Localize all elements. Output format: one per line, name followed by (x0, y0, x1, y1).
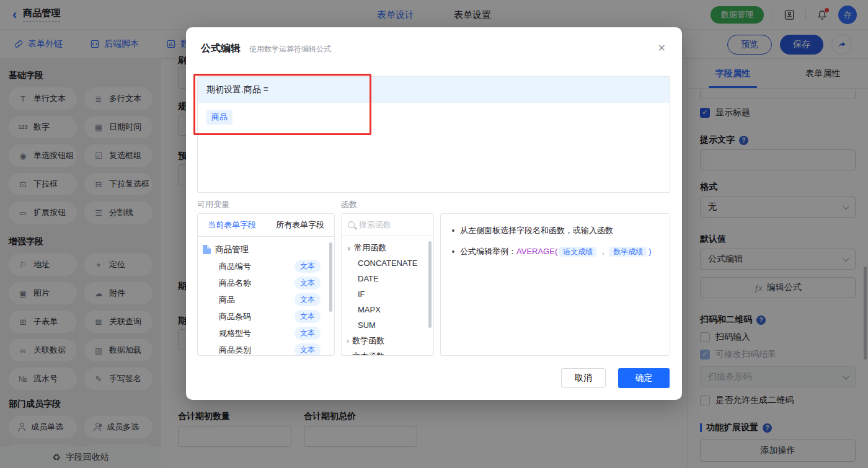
variable-name: 商品名称 (203, 278, 251, 289)
scrollbar-thumb[interactable] (329, 242, 332, 312)
variable-item[interactable]: 商品文本 (203, 291, 329, 308)
search-icon (348, 221, 355, 228)
function-group-label: 数学函数 (352, 335, 384, 347)
variable-type-badge: 文本 (294, 276, 321, 289)
variable-type-badge: 文本 (294, 327, 321, 340)
formula-editor[interactable]: 期初设置.商品 = 商品 (197, 76, 670, 193)
variable-type-badge: 文本 (294, 260, 321, 273)
help-example-prefix: 公式编辑举例： (460, 247, 516, 256)
variable-name: 商品类别 (203, 345, 251, 356)
variable-type-badge: 文本 (294, 343, 321, 356)
form-designer-app: 商品管理 表单设计 表单设置 数据管理 存 表单外链 (0, 0, 868, 468)
example-close-paren: ) (649, 247, 651, 256)
functions-panel: 常用函数 CONCATENATE DATE IF MAPX SUM 数学函数 文… (341, 213, 434, 356)
variables-section-label: 可用变量 (197, 199, 341, 210)
help-example: 公式编辑举例：AVERAGE(语文成绩，数学成绩) (460, 245, 652, 258)
modal-title: 公式编辑 (201, 42, 241, 55)
function-group-label: 文本函数 (352, 351, 384, 356)
variable-type-badge: 文本 (294, 293, 321, 306)
example-field-chip: 语文成绩 (559, 247, 596, 257)
example-function-name: AVERAGE( (516, 247, 557, 256)
formula-help-panel: 从左侧面板选择字段名和函数，或输入函数 公式编辑举例：AVERAGE(语文成绩，… (440, 213, 670, 356)
variable-item[interactable]: 商品名称文本 (203, 275, 329, 291)
form-file-icon (203, 245, 211, 254)
chevron-down-icon (347, 243, 351, 252)
cancel-button[interactable]: 取消 (561, 368, 606, 388)
variables-root[interactable]: 商品管理 (203, 241, 329, 258)
tab-current-form-fields[interactable]: 当前表单字段 (198, 214, 266, 236)
variables-root-label: 商品管理 (215, 244, 249, 255)
scrollbar-thumb[interactable] (428, 241, 432, 328)
function-group-label: 常用函数 (354, 242, 386, 254)
variable-item[interactable]: 商品类别文本 (203, 342, 329, 356)
example-field-chip: 数学成绩 (609, 247, 647, 257)
chevron-right-icon (347, 351, 349, 356)
function-group-text[interactable]: 文本函数 (342, 348, 433, 356)
variable-type-badge: 文本 (294, 310, 321, 323)
variable-item[interactable]: 规格型号文本 (203, 325, 329, 342)
chevron-right-icon (347, 336, 349, 345)
variables-panel: 当前表单字段 所有表单字段 商品管理 商品编号文本 商品名称文本 商品文本 商品… (197, 213, 335, 356)
confirm-button[interactable]: 确定 (618, 368, 670, 388)
variable-name: 商品条码 (203, 311, 251, 322)
variable-name: 商品编号 (203, 261, 251, 272)
function-item[interactable]: IF (342, 286, 433, 302)
function-group-math[interactable]: 数学函数 (342, 333, 433, 348)
bullet-dot (452, 229, 454, 232)
function-search-input[interactable] (359, 220, 427, 229)
functions-section-label: 函数 (341, 199, 357, 210)
variable-name: 商品 (203, 294, 235, 306)
function-item[interactable]: SUM (342, 317, 433, 333)
variable-item[interactable]: 商品编号文本 (203, 258, 329, 275)
bullet-dot (452, 250, 454, 253)
function-group-common[interactable]: 常用函数 (342, 240, 433, 255)
formula-edit-modal: 公式编辑 使用数学运算符编辑公式 期初设置.商品 = 商品 可用变量 函数 当前… (186, 27, 682, 400)
function-item[interactable]: CONCATENATE (342, 255, 433, 271)
function-item[interactable]: MAPX (342, 302, 433, 317)
modal-subtitle: 使用数学运算符编辑公式 (249, 44, 331, 55)
formula-field-chip[interactable]: 商品 (206, 110, 232, 125)
example-comma: ， (599, 247, 607, 256)
function-item[interactable]: DATE (342, 271, 433, 286)
close-icon[interactable] (658, 42, 666, 54)
formula-target: 期初设置.商品 = (198, 77, 670, 103)
tab-all-form-fields[interactable]: 所有表单字段 (266, 214, 334, 236)
variable-name: 规格型号 (203, 328, 251, 339)
help-tip: 从左侧面板选择字段名和函数，或输入函数 (460, 224, 613, 237)
variable-item[interactable]: 商品条码文本 (203, 308, 329, 325)
